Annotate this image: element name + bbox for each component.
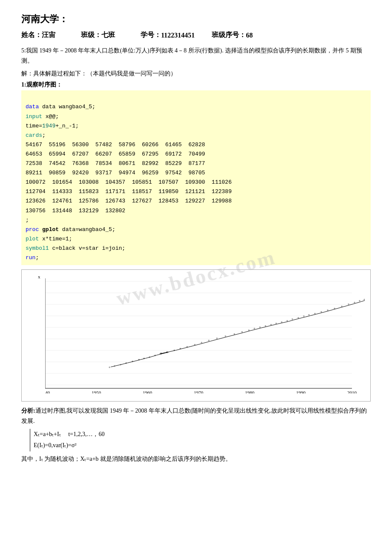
svg-text:+: + bbox=[173, 348, 175, 352]
problem-text: 5:我国 1949 年－2008 年年末人口总数(单位:万人)序列如表 4－8 … bbox=[21, 46, 371, 66]
code-plot-kw: plot bbox=[26, 236, 39, 242]
name-item: 姓名：汪宙 bbox=[21, 31, 55, 40]
svg-text:+: + bbox=[186, 344, 188, 349]
svg-text:+: + bbox=[358, 298, 360, 303]
svg-text:+: + bbox=[154, 353, 156, 357]
svg-text:1940: 1940 bbox=[45, 390, 50, 393]
svg-text:+: + bbox=[138, 357, 140, 361]
svg-text:+: + bbox=[248, 328, 250, 332]
svg-text:+: + bbox=[241, 330, 243, 334]
svg-text:+: + bbox=[253, 326, 255, 330]
svg-text:+: + bbox=[179, 346, 181, 350]
svg-text:+: + bbox=[166, 350, 168, 354]
svg-text:+: + bbox=[270, 322, 272, 327]
student-id-item: 学号：1122314451 bbox=[141, 31, 195, 40]
svg-text:+: + bbox=[314, 311, 316, 315]
info-row: 姓名：汪宙 班级：七班 学号：1122314451 班级序号：68 bbox=[21, 31, 371, 40]
solution-intro: 解：具体解题过程如下：（本题代码我是做一问写一问的） bbox=[21, 69, 371, 79]
svg-text:1990: 1990 bbox=[296, 390, 306, 393]
svg-text:+: + bbox=[363, 297, 365, 301]
svg-text:+: + bbox=[259, 325, 261, 329]
math-system: Xₜ=a+bₜ+Iₜ t=1,2,3,…，60 E(Iₜ)=0,var(Iₜ)=… bbox=[30, 429, 104, 451]
name-label: 姓名： bbox=[21, 31, 42, 40]
student-id-label: 学号： bbox=[141, 31, 161, 40]
code-input-kw: input bbox=[26, 113, 42, 120]
code-symbol-kw: symbol1 bbox=[26, 245, 49, 251]
svg-text:+: + bbox=[108, 365, 110, 369]
chart-y-label: x bbox=[38, 274, 40, 279]
chart-svg: 140000 130000 120000 110000 100000 90000… bbox=[45, 278, 365, 393]
student-id-value: 1122314451 bbox=[161, 32, 195, 39]
svg-text:1950: 1950 bbox=[92, 390, 101, 393]
analysis-bold: 分析: bbox=[21, 408, 35, 414]
conclusion-text: 其中，Iₜ 为随机波动；Xₜ=a+b 就是消除随机波动的影响之后该序列的长期趋势… bbox=[21, 454, 371, 464]
svg-text:+: + bbox=[131, 359, 133, 363]
math-eq2: E(Iₜ)=0,var(Iₜ)=σ² bbox=[34, 440, 104, 451]
name-value: 汪宙 bbox=[42, 31, 55, 40]
university-title: 河南大学： bbox=[21, 13, 371, 26]
class-number-label: 班级序号： bbox=[212, 31, 246, 40]
class-number-item: 班级序号：68 bbox=[212, 31, 253, 40]
math-block: Xₜ=a+bₜ+Iₜ t=1,2,3,…，60 E(Iₜ)=0,var(Iₜ)=… bbox=[30, 429, 371, 451]
svg-text:1960: 1960 bbox=[143, 390, 153, 393]
code-block: data data wangbao4_5; input x@@; time=19… bbox=[21, 90, 371, 265]
svg-text:+: + bbox=[340, 304, 343, 308]
svg-text:+: + bbox=[333, 306, 335, 310]
svg-text:+: + bbox=[200, 340, 202, 344]
svg-text:+: + bbox=[297, 315, 299, 320]
class-number-value: 68 bbox=[246, 32, 253, 39]
svg-text:+: + bbox=[193, 342, 196, 347]
code-cards-kw: cards bbox=[26, 132, 42, 139]
svg-text:+: + bbox=[125, 361, 127, 365]
svg-text:+: + bbox=[159, 351, 161, 356]
code-time-line: time=1949+_n_-1; bbox=[26, 123, 79, 129]
svg-text:+: + bbox=[347, 302, 349, 306]
chart-container: x 140000 130000 120000 110000 100000 900… bbox=[21, 269, 371, 402]
step1-title: 1:观察时序图： bbox=[21, 81, 371, 89]
svg-text:+: + bbox=[308, 312, 310, 317]
svg-text:+: + bbox=[216, 336, 218, 340]
code-line1-rest: data wangbao4_5; bbox=[42, 104, 95, 110]
class-value: 七班 bbox=[101, 31, 115, 40]
svg-text:+: + bbox=[353, 300, 355, 304]
svg-text:+: + bbox=[148, 355, 150, 359]
math-eq1: Xₜ=a+bₜ+Iₜ t=1,2,3,…，60 bbox=[34, 429, 104, 440]
class-item: 班级：七班 bbox=[81, 31, 115, 40]
svg-text:+: + bbox=[233, 332, 235, 336]
svg-text:+: + bbox=[264, 324, 266, 328]
svg-text:+: + bbox=[113, 364, 115, 368]
svg-text:+: + bbox=[119, 362, 121, 367]
class-label: 班级： bbox=[81, 31, 101, 40]
svg-text:+: + bbox=[208, 338, 210, 342]
svg-text:+: + bbox=[303, 314, 305, 318]
svg-text:+: + bbox=[291, 317, 293, 321]
svg-text:+: + bbox=[320, 309, 322, 314]
svg-text:1980: 1980 bbox=[245, 390, 255, 393]
svg-text:+: + bbox=[224, 334, 226, 338]
code-proc-rest: data=wangbao4_5; bbox=[62, 226, 115, 233]
svg-text:2010: 2010 bbox=[347, 390, 357, 393]
analysis-text: 分析:通过时序图,我可以发现我国 1949 年－2008 年年末人口总数(随时间… bbox=[21, 406, 371, 426]
svg-text:1970: 1970 bbox=[194, 390, 204, 393]
svg-text:+: + bbox=[280, 320, 282, 324]
svg-text:+: + bbox=[286, 318, 288, 323]
svg-text:+: + bbox=[275, 321, 277, 325]
svg-text:+: + bbox=[143, 356, 145, 360]
chart-markers: + + + + + + + + + + + + + + + + + + + + … bbox=[108, 282, 365, 369]
svg-text:+: + bbox=[326, 308, 329, 312]
